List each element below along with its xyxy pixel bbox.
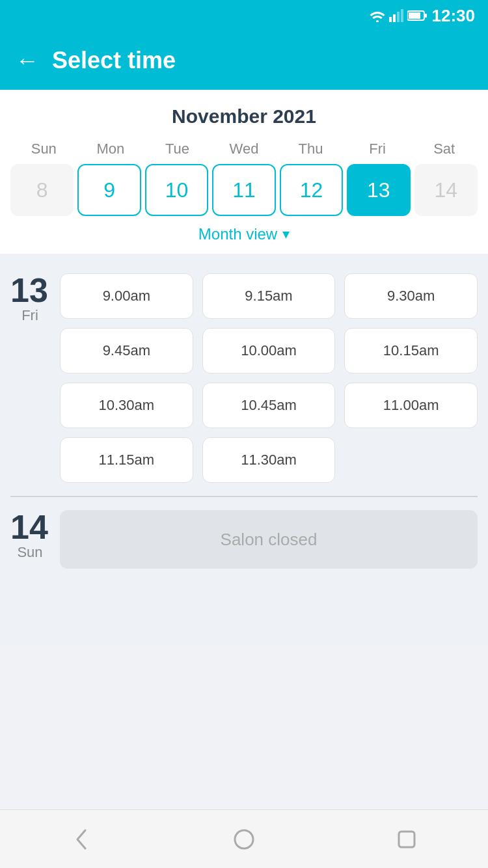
month-view-toggle[interactable]: Month view ▾ (10, 225, 478, 243)
svg-rect-6 (409, 12, 420, 19)
weekday-tue: Tue (144, 141, 211, 157)
home-nav-icon (232, 828, 256, 851)
svg-rect-9 (399, 832, 414, 847)
svg-point-8 (235, 830, 253, 848)
weekday-mon: Mon (77, 141, 144, 157)
day-14-number: 14 (10, 510, 49, 544)
battery-icon (407, 10, 427, 21)
app-header: ← Select time (0, 31, 488, 90)
svg-rect-3 (397, 12, 400, 22)
signal-icon (389, 9, 403, 22)
slot-1130am[interactable]: 11.30am (202, 437, 336, 483)
date-12[interactable]: 12 (280, 164, 343, 216)
date-9[interactable]: 9 (77, 164, 141, 216)
day-13-section: 13 Fri 9.00am 9.15am 9.30am 9.45am 10.00… (0, 260, 488, 496)
status-bar: 12:30 (0, 0, 488, 31)
status-icons (370, 9, 427, 22)
salon-closed-box: Salon closed (60, 510, 478, 569)
chevron-down-icon: ▾ (282, 226, 290, 243)
slot-1115am[interactable]: 11.15am (60, 437, 193, 483)
slot-900am[interactable]: 9.00am (60, 273, 193, 319)
calendar-section: November 2021 Sun Mon Tue Wed Thu Fri Sa… (0, 90, 488, 254)
slot-1100am[interactable]: 11.00am (344, 383, 478, 428)
svg-rect-4 (401, 9, 403, 22)
day-14-name: Sun (10, 544, 49, 561)
time-slots-area: 13 Fri 9.00am 9.15am 9.30am 9.45am 10.00… (0, 254, 488, 647)
salon-closed-label: Salon closed (221, 530, 318, 550)
bottom-padding (0, 582, 488, 647)
date-13[interactable]: 13 (347, 164, 410, 216)
weekday-thu: Thu (277, 141, 344, 157)
nav-back-button[interactable] (55, 820, 107, 859)
slot-1015am[interactable]: 10.15am (344, 328, 478, 373)
day-13-slots-grid: 9.00am 9.15am 9.30am 9.45am 10.00am 10.1… (60, 273, 478, 483)
month-view-label: Month view (198, 225, 277, 243)
date-8[interactable]: 8 (10, 164, 74, 216)
day-13-name: Fri (10, 307, 49, 324)
weekday-wed: Wed (211, 141, 278, 157)
week-days-row: Sun Mon Tue Wed Thu Fri Sat (10, 141, 478, 157)
slot-930am[interactable]: 9.30am (344, 273, 478, 319)
day-14-label: 14 Sun (10, 510, 49, 561)
slot-945am[interactable]: 9.45am (60, 328, 193, 373)
svg-rect-2 (393, 14, 396, 22)
month-label: November 2021 (10, 105, 478, 128)
page-title: Select time (52, 47, 176, 74)
weekday-fri: Fri (344, 141, 411, 157)
date-11[interactable]: 11 (212, 164, 275, 216)
nav-bar (0, 809, 488, 868)
slot-1045am[interactable]: 10.45am (202, 383, 336, 428)
day-13-label: 13 Fri (10, 273, 49, 324)
weekday-sun: Sun (10, 141, 77, 157)
recents-nav-icon (395, 828, 418, 851)
slot-1000am[interactable]: 10.00am (202, 328, 336, 373)
wifi-icon (370, 9, 385, 22)
back-nav-icon (70, 828, 93, 851)
slot-915am[interactable]: 9.15am (202, 273, 336, 319)
weekday-sat: Sat (411, 141, 478, 157)
slot-1030am[interactable]: 10.30am (60, 383, 193, 428)
day-14-section: 14 Sun Salon closed (0, 497, 488, 582)
nav-recents-button[interactable] (381, 820, 433, 859)
week-dates-row: 8 9 10 11 12 13 14 (10, 164, 478, 216)
date-10[interactable]: 10 (145, 164, 208, 216)
nav-home-button[interactable] (218, 820, 270, 859)
date-14[interactable]: 14 (414, 164, 478, 216)
day-13-number: 13 (10, 273, 49, 307)
status-time: 12:30 (432, 6, 476, 26)
back-button[interactable]: ← (16, 49, 39, 72)
svg-point-0 (376, 20, 379, 22)
svg-rect-7 (425, 14, 427, 18)
svg-rect-1 (389, 17, 392, 22)
